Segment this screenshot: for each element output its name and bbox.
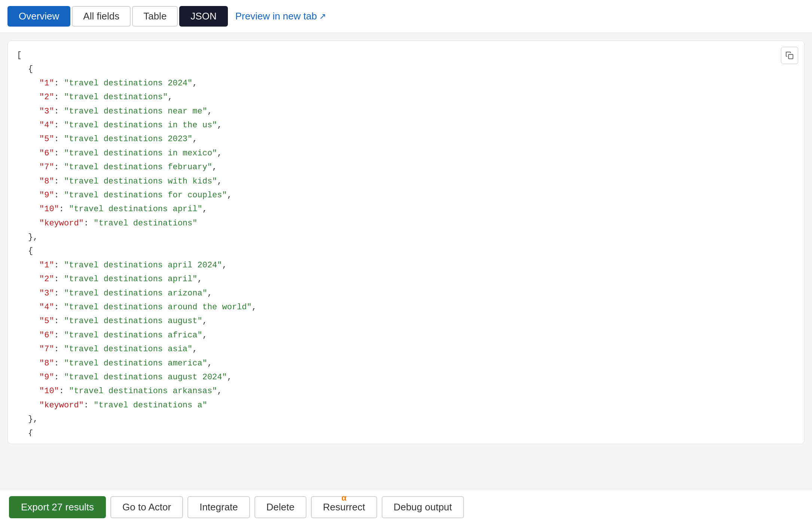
json-line-2-9: "9": "travel destinations august 2024", (39, 370, 795, 384)
json-line-1-5: "5": "travel destinations 2023", (39, 132, 795, 146)
json-viewer: [ { "1": "travel destinations 2024", "2"… (17, 48, 795, 436)
delete-button[interactable]: Delete (254, 496, 306, 518)
json-line-2-1: "1": "travel destinations april 2024", (39, 258, 795, 272)
json-line-2-2: "2": "travel destinations april", (39, 272, 795, 286)
main-content-area: [ { "1": "travel destinations 2024", "2"… (0, 33, 812, 489)
json-line-2-keyword: "keyword": "travel destinations a" (39, 398, 795, 412)
json-line-2-10: "10": "travel destinations arkansas", (39, 384, 795, 398)
json-line-1-10: "10": "travel destinations april", (39, 202, 795, 216)
resurrect-wrapper: α Resurrect (311, 496, 377, 518)
svg-rect-0 (788, 54, 793, 59)
json-line-1-2: "2": "travel destinations", (39, 90, 795, 104)
tab-table[interactable]: Table (132, 6, 178, 27)
json-line-2-8: "8": "travel destinations america", (39, 356, 795, 370)
json-line-2-6: "6": "travel destinations africa", (39, 328, 795, 342)
json-line-1-9: "9": "travel destinations for couples", (39, 188, 795, 202)
bottom-toolbar: Export 27 results Go to Actor Integrate … (0, 489, 812, 525)
copy-button[interactable] (781, 47, 798, 64)
json-line-2-5: "5": "travel destinations august", (39, 314, 795, 328)
external-link-icon: ↗ (319, 12, 326, 21)
json-obj2-open: { (28, 244, 795, 258)
json-line-1-8: "8": "travel destinations with kids", (39, 175, 795, 188)
json-obj2-close: }, (28, 412, 795, 426)
tab-all-fields[interactable]: All fields (72, 6, 131, 27)
json-line-1-6: "6": "travel destinations in mexico", (39, 146, 795, 160)
json-line-2-7: "7": "travel destinations asia", (39, 342, 795, 356)
json-line-1-3: "3": "travel destinations near me", (39, 104, 795, 118)
json-line-1-7: "7": "travel destinations february", (39, 160, 795, 174)
tab-json[interactable]: JSON (179, 6, 228, 27)
json-line-1-keyword: "keyword": "travel destinations" (39, 216, 795, 230)
json-line-2-4: "4": "travel destinations around the wor… (39, 300, 795, 314)
preview-link-text: Preview in new tab (235, 10, 317, 22)
json-line-1-4: "4": "travel destinations in the us", (39, 118, 795, 132)
go-to-actor-button[interactable]: Go to Actor (110, 496, 183, 518)
export-button[interactable]: Export 27 results (9, 496, 106, 518)
json-obj1-open: { (28, 62, 795, 76)
json-obj1-close: }, (28, 230, 795, 244)
json-open-array: [ (17, 48, 795, 62)
json-obj3-open: { (28, 427, 795, 436)
debug-output-button[interactable]: Debug output (382, 496, 464, 518)
json-panel: [ { "1": "travel destinations 2024", "2"… (7, 40, 805, 444)
json-line-2-3: "3": "travel destinations arizona", (39, 286, 795, 300)
json-line-1-1: "1": "travel destinations 2024", (39, 76, 795, 90)
tab-overview[interactable]: Overview (7, 6, 70, 27)
preview-in-new-tab-link[interactable]: Preview in new tab ↗ (235, 10, 326, 22)
alpha-badge: α (342, 493, 347, 503)
top-navigation: Overview All fields Table JSON Preview i… (0, 0, 812, 33)
integrate-button[interactable]: Integrate (187, 496, 250, 518)
